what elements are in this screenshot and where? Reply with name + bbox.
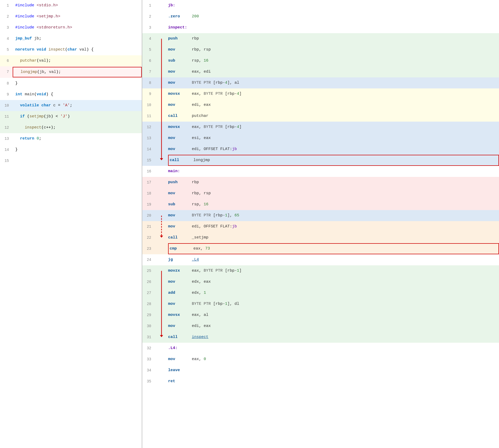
right-line-19: 19subrsp, 16 [142,199,499,210]
arrow-placeholder [155,133,168,144]
left-line-12: 12 inspect(c++); [0,122,142,133]
line-number: 33 [142,354,155,365]
line-number: 15 [142,155,155,166]
right-line-34: 34leave [142,365,499,376]
arrow-placeholder [155,354,168,365]
arrow-placeholder [155,22,168,33]
arrow-placeholder [155,99,168,111]
line-number: 4 [142,33,155,44]
right-line-23: 23cmpeax, 73 [142,243,499,254]
line-number: 2 [142,11,155,22]
line-number: 24 [142,254,155,265]
arrow-placeholder [155,232,168,243]
line-number: 5 [0,44,13,55]
left-line-7: 7 longjmp(jb, val); [0,66,142,78]
line-content: #include <stdnoreturn.h> [13,22,142,33]
right-line-3: 3inspect: [142,22,499,33]
line-number: 12 [0,122,13,133]
arrow-placeholder [155,343,168,354]
line-content: #include <setjmp.h> [13,11,142,22]
arrow-placeholder [155,376,168,387]
arrow-placeholder [155,321,168,332]
arrow-placeholder [155,122,168,133]
arrow-placeholder [155,221,168,232]
arrow-placeholder [155,0,168,11]
left-line-15: 15 [0,155,142,166]
arrow-placeholder [155,332,168,343]
right-line-33: 33moveax, 0 [142,354,499,365]
arrow-placeholder [155,254,168,265]
arrow-placeholder [155,188,168,199]
line-content: inspect(c++); [13,122,142,133]
line-number: 5 [142,44,155,55]
left-line-2: 2#include <setjmp.h> [0,11,142,22]
right-line-content: movzxeax, BYTE PTR [rbp-1] [168,265,499,276]
arrow-placeholder [155,155,168,166]
line-number: 9 [142,88,155,99]
line-number: 28 [142,298,155,310]
right-line-content: main: [168,166,499,177]
right-line-content: movsxeax, BYTE PTR [rbp-4] [168,88,499,99]
right-line-25: 25movzxeax, BYTE PTR [rbp-1] [142,265,499,276]
line-number: 22 [142,232,155,243]
line-number: 16 [142,166,155,177]
right-line-5: 5movrbp, rsp [142,44,499,55]
right-line-32: 32.L4: [142,343,499,354]
right-line-content: subrsp, 16 [168,199,499,210]
right-line-content: movedx, eax [168,276,499,287]
line-content: noreturn void inspect(char val) { [13,44,142,55]
right-line-content: callinspect [168,332,499,343]
arrow-placeholder [155,177,168,188]
line-number: 34 [142,365,155,376]
arrow-placeholder [155,44,168,55]
right-line-content: movBYTE PTR [rbp-1], dl [168,298,499,310]
right-line-13: 13movesi, eax [142,133,499,144]
line-content: return 0; [13,133,142,144]
right-line-15: 15calllongjmp [142,155,499,166]
right-line-content: movrbp, rsp [168,44,499,55]
left-line-10: 10 volatile char c = 'A'; [0,100,142,111]
line-content: jmp_buf jb; [13,33,142,44]
arrow-placeholder [155,11,168,22]
line-number: 18 [142,188,155,199]
right-line-21: 21movedi, OFFSET FLAT:jb [142,221,499,232]
line-number: 26 [142,276,155,287]
right-line-content: cmpeax, 73 [168,243,499,254]
left-line-3: 3#include <stdnoreturn.h> [0,22,142,33]
line-number: 23 [142,243,155,254]
line-number: 8 [142,77,155,88]
line-content: } [13,78,142,89]
right-line-content: movBYTE PTR [rbp-1], 65 [168,210,499,221]
line-number: 30 [142,321,155,332]
right-line-12: 12movsxeax, BYTE PTR [rbp-4] [142,122,499,133]
right-inner: 1jb:2.zero2003inspect:4pushrbp5movrbp, r… [142,0,499,387]
right-line-content: movedi, eax [168,321,499,332]
right-line-22: 22call_setjmp [142,232,499,243]
line-number: 21 [142,221,155,232]
right-line-content: jg.L4 [168,254,499,265]
line-number: 32 [142,343,155,354]
arrow-placeholder [155,88,168,99]
left-line-13: 13 return 0; [0,133,142,144]
right-line-content: moveax, edi [168,66,499,77]
right-line-11: 11callputchar [142,111,499,122]
left-line-1: 1#include <stdio.h> [0,0,142,11]
line-number: 13 [0,133,13,144]
right-line-17: 17pushrbp [142,177,499,188]
left-line-5: 5noreturn void inspect(char val) { [0,44,142,55]
line-number: 4 [0,33,13,44]
arrow-placeholder [155,33,168,44]
right-line-content: movrbp, rsp [168,188,499,199]
line-number: 7 [142,66,155,77]
line-number: 12 [142,122,155,133]
arrow-placeholder [155,66,168,77]
right-line-content: movedi, OFFSET FLAT:jb [168,144,499,155]
line-number: 31 [142,332,155,343]
arrow-placeholder [155,166,168,177]
line-number: 20 [142,210,155,221]
right-line-28: 28movBYTE PTR [rbp-1], dl [142,298,499,310]
arrow-placeholder [155,111,168,122]
line-content [13,155,142,166]
right-line-content: addedx, 1 [168,287,499,298]
line-number: 11 [142,111,155,122]
